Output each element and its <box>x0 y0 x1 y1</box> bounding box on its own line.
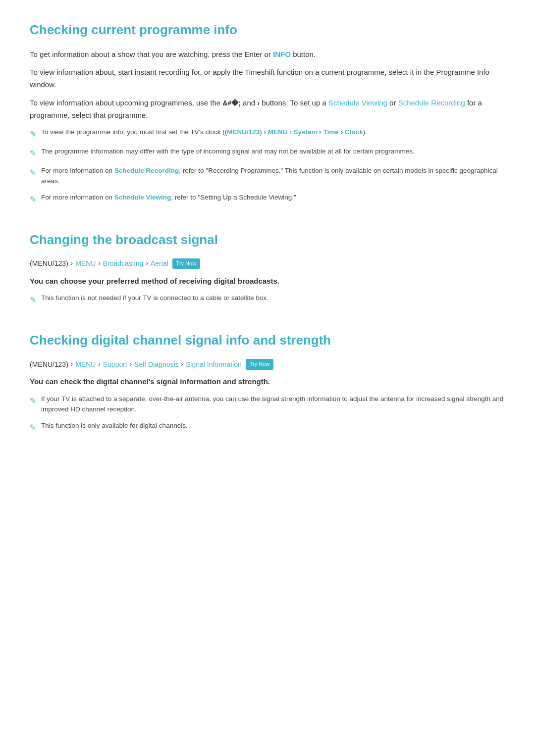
body-paragraph-3: To view information about upcoming progr… <box>30 97 505 122</box>
note-item: ✎ For more information on Schedule Recor… <box>30 166 505 187</box>
try-now-badge-broadcast[interactable]: Try Now <box>172 258 201 269</box>
schedule-viewing-link[interactable]: Schedule Viewing <box>328 99 387 107</box>
schedule-recording-bold-link[interactable]: Schedule Recording <box>114 167 179 174</box>
section-checking-programme-info: Checking current programme info To get i… <box>30 20 505 206</box>
note-icon-3: ✎ <box>30 167 36 179</box>
breadcrumb-aerial: Aerial <box>151 258 168 269</box>
breadcrumb-menu123-signal: (MENU/123) <box>30 359 68 370</box>
section-title-signal-info: Checking digital channel signal info and… <box>30 330 505 351</box>
note-item: ✎ To view the programme info, you must f… <box>30 127 505 141</box>
schedule-recording-link[interactable]: Schedule Recording <box>398 99 465 107</box>
info-button-ref: INFO <box>273 50 291 58</box>
notes-list-section3: ✎ If your TV is attached to a separate, … <box>30 394 505 434</box>
note-icon-4: ✎ <box>30 194 36 206</box>
note-text-6: If your TV is attached to a separate, ov… <box>41 394 505 415</box>
breadcrumb-arrow-s2: › <box>98 359 100 370</box>
breadcrumb-arrow-2: › <box>98 258 100 269</box>
menu-ref: MENU <box>268 128 288 136</box>
breadcrumb-support: Support <box>103 359 127 370</box>
notes-list-section2: ✎ This function is not needed if your TV… <box>30 293 505 306</box>
menu-123-ref: MENU/123 <box>227 128 260 136</box>
note-icon-1: ✎ <box>30 128 36 141</box>
section-title-changing-broadcast: Changing the broadcast signal <box>30 230 505 251</box>
breadcrumb-signal-information: Signal Information <box>186 359 242 370</box>
breadcrumb-arrow-s1: › <box>71 359 73 370</box>
system-ref: System <box>294 128 318 136</box>
try-now-badge-signal[interactable]: Try Now <box>246 359 274 370</box>
note-text-3: For more information on Schedule Recordi… <box>41 166 505 187</box>
breadcrumb-arrow-s3: › <box>130 359 132 370</box>
breadcrumb-self-diagnosis: Self Diagnosis <box>134 359 179 370</box>
note-icon-5: ✎ <box>30 294 36 306</box>
summary-broadcast: You can choose your preferred method of … <box>30 275 505 288</box>
breadcrumb-arrow-3: › <box>146 258 148 269</box>
note-text-7: This function is only available for digi… <box>41 421 188 431</box>
breadcrumb-arrow-1: › <box>71 258 73 269</box>
note-text-4: For more information on Schedule Viewing… <box>41 193 296 203</box>
note-item: ✎ This function is only available for di… <box>30 421 505 434</box>
section-checking-signal-info: Checking digital channel signal info and… <box>30 330 505 434</box>
clock-ref: Clock <box>345 128 363 136</box>
chevron-left-icon: &#�; <box>222 99 241 107</box>
breadcrumb-signal: (MENU/123) › MENU › Support › Self Diagn… <box>30 359 505 370</box>
note-item: ✎ The programme information may differ w… <box>30 147 505 160</box>
note-icon-6: ✎ <box>30 395 36 407</box>
breadcrumb-menu: MENU <box>75 258 96 269</box>
time-ref: Time <box>323 128 339 136</box>
notes-list-section1: ✎ To view the programme info, you must f… <box>30 127 505 205</box>
chevron-right-icon: › <box>257 99 260 107</box>
note-item: ✎ This function is not needed if your TV… <box>30 293 505 306</box>
body-paragraph-2: To view information about, start instant… <box>30 66 505 91</box>
note-icon-7: ✎ <box>30 422 36 434</box>
breadcrumb-menu-signal: MENU <box>75 359 96 370</box>
breadcrumb-broadcasting: Broadcasting <box>103 258 144 269</box>
note-text-5: This function is not needed if your TV i… <box>41 293 268 303</box>
schedule-viewing-bold-link[interactable]: Schedule Viewing <box>114 194 171 201</box>
note-item: ✎ For more information on Schedule Viewi… <box>30 193 505 206</box>
note-item: ✎ If your TV is attached to a separate, … <box>30 394 505 415</box>
section-changing-broadcast-signal: Changing the broadcast signal (MENU/123)… <box>30 230 505 307</box>
note-text-2: The programme information may differ wit… <box>41 147 415 157</box>
section-title-checking-programme-info: Checking current programme info <box>30 20 505 41</box>
breadcrumb-menu123: (MENU/123) <box>30 258 68 269</box>
body-paragraph-1: To get information about a show that you… <box>30 49 505 61</box>
breadcrumb-arrow-s4: › <box>181 359 183 370</box>
note-text-1: To view the programme info, you must fir… <box>41 127 367 138</box>
note-icon-2: ✎ <box>30 148 36 160</box>
summary-signal: You can check the digital channel's sign… <box>30 376 505 388</box>
breadcrumb-broadcast: (MENU/123) › MENU › Broadcasting › Aeria… <box>30 258 505 269</box>
